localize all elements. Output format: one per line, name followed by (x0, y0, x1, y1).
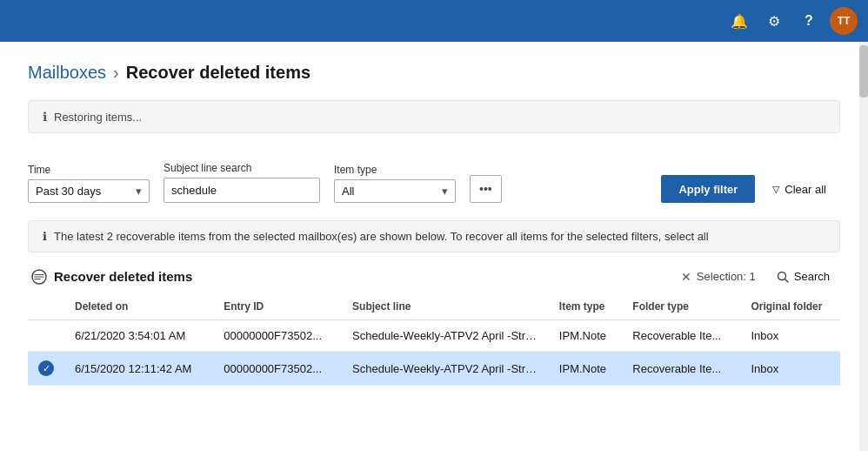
time-filter-group: Time Past 30 days Past 7 days Past 24 ho… (28, 164, 150, 203)
settings-icon[interactable]: ⚙ (760, 7, 788, 35)
col-folder-type: Folder type (622, 293, 740, 320)
more-filters-button[interactable]: ••• (470, 175, 502, 203)
row-checkbox[interactable] (28, 320, 64, 352)
restoring-bar: ℹ Restoring items... (28, 100, 840, 133)
time-select[interactable]: Past 30 days Past 7 days Past 24 hours C… (36, 185, 142, 198)
table-title: Recover deleted items (31, 268, 192, 285)
clear-all-label: Clear all (785, 183, 826, 196)
main-content: Mailboxes › Recover deleted items ℹ Rest… (0, 42, 868, 407)
item-type-label: Item type (334, 164, 456, 176)
row-checkbox[interactable]: ✓ (28, 352, 64, 386)
time-select-wrapper[interactable]: Past 30 days Past 7 days Past 24 hours C… (28, 179, 150, 203)
search-icon (777, 271, 789, 283)
more-filter-group: ••• (470, 154, 502, 203)
item-type-filter-group: Item type All Email Calendar Task Contac… (334, 164, 456, 203)
data-table: Deleted on Entry ID Subject line Item ty… (28, 293, 840, 386)
item-type-select-wrapper[interactable]: All Email Calendar Task Contact ▾ (334, 179, 456, 203)
table-header-row: Recover deleted items ✕ Selection: 1 Sea… (28, 266, 840, 286)
svg-line-2 (785, 279, 788, 282)
filter-icon: ▽ (772, 184, 779, 195)
breadcrumb-separator: › (113, 63, 119, 83)
cell-subject-line: Schedule-Weekly-ATPV2 April -Streaming A… (342, 352, 549, 386)
cell-entry-id: 00000000F73502... (213, 320, 342, 352)
cell-entry-id: 00000000F73502... (213, 352, 342, 386)
col-subject-line: Subject line (342, 293, 549, 320)
time-label: Time (28, 164, 150, 176)
clear-all-button[interactable]: ▽ Clear all (758, 175, 840, 203)
col-deleted-on: Deleted on (64, 293, 213, 320)
col-checkbox (28, 293, 64, 320)
subject-filter-group: Subject line search (164, 162, 320, 203)
table-row[interactable]: 6/21/2020 3:54:01 AM 00000000F73502... S… (28, 320, 840, 352)
selection-info: ✕ Selection: 1 (681, 270, 756, 284)
breadcrumb-current: Recover deleted items (126, 63, 310, 83)
breadcrumb-parent[interactable]: Mailboxes (28, 63, 106, 83)
bell-icon[interactable]: 🔔 (725, 7, 753, 35)
cell-folder-type: Recoverable Ite... (622, 320, 740, 352)
subject-label: Subject line search (164, 162, 320, 174)
cell-original-folder: Inbox (740, 320, 840, 352)
table-actions: ✕ Selection: 1 Search (681, 266, 837, 286)
col-entry-id: Entry ID (213, 293, 342, 320)
cell-original-folder: Inbox (740, 352, 840, 386)
filter-row: Time Past 30 days Past 7 days Past 24 ho… (28, 154, 840, 203)
check-icon: ✓ (38, 360, 54, 376)
close-selection-icon[interactable]: ✕ (681, 270, 691, 284)
avatar[interactable]: TT (830, 7, 858, 35)
cell-deleted-on: 6/15/2020 12:11:42 AM (64, 352, 213, 386)
breadcrumb: Mailboxes › Recover deleted items (28, 63, 840, 83)
scrollbar-thumb[interactable] (859, 45, 868, 98)
help-icon[interactable]: ? (795, 7, 823, 35)
cell-deleted-on: 6/21/2020 3:54:01 AM (64, 320, 213, 352)
notice-icon: ℹ (43, 230, 47, 243)
notice-text: The latest 2 recoverable items from the … (54, 230, 709, 243)
scrollbar-track[interactable] (859, 42, 868, 451)
selection-label: Selection: 1 (697, 270, 756, 283)
info-icon: ℹ (43, 110, 47, 124)
cell-folder-type: Recoverable Ite... (622, 352, 740, 386)
subject-input[interactable] (164, 178, 320, 203)
restoring-text: Restoring items... (54, 111, 142, 124)
cell-item-type: IPM.Note (549, 320, 623, 352)
table-title-icon (31, 268, 47, 285)
app-header: 🔔 ⚙ ? TT (0, 0, 868, 42)
cell-item-type: IPM.Note (549, 352, 623, 386)
apply-filter-button[interactable]: Apply filter (661, 175, 755, 203)
notice-bar: ℹ The latest 2 recoverable items from th… (28, 220, 840, 252)
apply-filter-group: Apply filter ▽ Clear all (661, 154, 840, 203)
cell-subject-line: Schedule-Weekly-ATPV2 April -Streaming A… (342, 320, 549, 352)
col-item-type: Item type (549, 293, 623, 320)
item-type-select[interactable]: All Email Calendar Task Contact (342, 185, 448, 198)
col-original-folder: Original folder (740, 293, 840, 320)
search-button[interactable]: Search (770, 266, 837, 286)
table-row[interactable]: ✓ 6/15/2020 12:11:42 AM 00000000F73502..… (28, 352, 840, 386)
table-title-text: Recover deleted items (54, 269, 192, 284)
search-label: Search (794, 270, 830, 283)
